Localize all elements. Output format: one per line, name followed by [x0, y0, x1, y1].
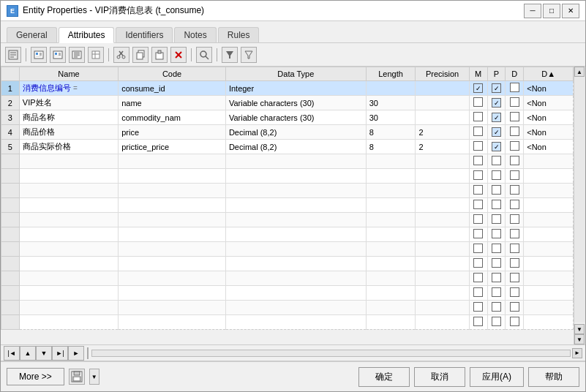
- row-precision[interactable]: [416, 96, 469, 110]
- scroll-up-btn[interactable]: ▲: [574, 67, 585, 77]
- maximize-button[interactable]: □: [543, 4, 560, 18]
- row-p[interactable]: [487, 140, 506, 154]
- col-header-precision[interactable]: Precision: [416, 67, 469, 81]
- row-domain[interactable]: <Non: [524, 140, 574, 154]
- row-name[interactable]: VIP姓名: [19, 96, 118, 110]
- row-m[interactable]: [469, 140, 487, 154]
- save-icon-button[interactable]: [69, 369, 85, 385]
- d-checkbox[interactable]: [510, 97, 519, 107]
- row-precision[interactable]: [416, 81, 469, 96]
- row-name[interactable]: 商品名称: [19, 110, 118, 125]
- p-checkbox[interactable]: [492, 127, 501, 137]
- row-code[interactable]: price: [119, 125, 226, 140]
- table-row[interactable]: 5 商品实际价格 prictice_price Decimal (8,2) 8 …: [1, 140, 574, 154]
- row-m[interactable]: [469, 96, 487, 110]
- col-header-name[interactable]: Name: [19, 67, 118, 81]
- row-p[interactable]: [487, 125, 506, 140]
- col-header-p[interactable]: P: [487, 67, 506, 81]
- col-header-length[interactable]: Length: [366, 67, 416, 81]
- row-code[interactable]: prictice_price: [119, 140, 226, 154]
- tab-identifiers[interactable]: Identifiers: [116, 27, 173, 42]
- table-row[interactable]: 3 商品名称 commodity_nam Variable characters…: [1, 110, 574, 125]
- h-scroll-track[interactable]: [91, 350, 571, 357]
- tab-attributes[interactable]: Attributes: [59, 27, 115, 43]
- p-checkbox[interactable]: [492, 98, 501, 108]
- nav-prev-btn[interactable]: ▲: [20, 346, 36, 361]
- row-m[interactable]: [469, 81, 487, 96]
- row-code[interactable]: commodity_nam: [119, 110, 226, 125]
- nav-new-btn[interactable]: ►: [68, 346, 84, 361]
- row-d[interactable]: [506, 140, 524, 154]
- row-length[interactable]: [366, 81, 416, 96]
- d-checkbox[interactable]: [510, 127, 519, 136]
- row-name[interactable]: 商品价格: [19, 125, 118, 140]
- scroll-down-btn[interactable]: ▼: [574, 324, 585, 334]
- toolbar-btn-1[interactable]: [5, 47, 21, 63]
- row-name[interactable]: 消费信息编号 =: [19, 81, 118, 96]
- row-datatype[interactable]: Integer: [225, 81, 366, 96]
- toolbar-btn-cut[interactable]: [113, 47, 129, 63]
- col-header-datatype[interactable]: Data Type: [225, 67, 366, 81]
- m-checkbox[interactable]: [473, 141, 483, 151]
- save-dropdown-btn[interactable]: ▼: [89, 369, 99, 385]
- minimize-button[interactable]: ─: [524, 4, 541, 18]
- scroll-bottom-btn[interactable]: ▼: [574, 334, 585, 344]
- row-d[interactable]: [506, 81, 524, 96]
- p-checkbox[interactable]: [492, 142, 501, 151]
- row-length[interactable]: 30: [366, 110, 416, 125]
- nav-last-btn[interactable]: ►|: [52, 346, 68, 361]
- tab-rules[interactable]: Rules: [218, 27, 260, 42]
- toolbar-btn-paste[interactable]: [151, 47, 168, 63]
- row-length[interactable]: 30: [366, 96, 416, 110]
- col-header-d[interactable]: D: [506, 67, 524, 81]
- ok-button[interactable]: 确定: [358, 367, 410, 387]
- row-domain[interactable]: <Non: [524, 81, 574, 96]
- row-p[interactable]: [487, 81, 506, 96]
- tab-notes[interactable]: Notes: [174, 27, 216, 42]
- row-length[interactable]: 8: [366, 125, 416, 140]
- m-checkbox[interactable]: [473, 112, 483, 121]
- apply-button[interactable]: 应用(A): [470, 367, 524, 387]
- p-checkbox[interactable]: [492, 113, 501, 122]
- toolbar-btn-filter2[interactable]: [241, 47, 257, 63]
- row-m[interactable]: [469, 110, 487, 125]
- row-domain[interactable]: <Non: [524, 125, 574, 140]
- row-d[interactable]: [506, 125, 524, 140]
- row-datatype[interactable]: Decimal (8,2): [225, 125, 366, 140]
- p-checkbox[interactable]: [492, 83, 501, 93]
- nav-first-btn[interactable]: |◄: [4, 346, 20, 361]
- row-domain[interactable]: <Non: [524, 96, 574, 110]
- toolbar-btn-search[interactable]: [196, 47, 212, 63]
- row-name[interactable]: 商品实际价格: [19, 140, 118, 154]
- toolbar-btn-3[interactable]: [50, 47, 66, 63]
- toolbar-btn-filter1[interactable]: [222, 47, 238, 63]
- m-checkbox[interactable]: [473, 83, 483, 93]
- col-header-domain[interactable]: D▲: [524, 67, 574, 81]
- row-d[interactable]: [506, 110, 524, 125]
- row-p[interactable]: [487, 96, 506, 110]
- m-checkbox[interactable]: [473, 97, 483, 107]
- row-p[interactable]: [487, 110, 506, 125]
- row-domain[interactable]: <Non: [524, 110, 574, 125]
- row-code[interactable]: name: [119, 96, 226, 110]
- d-checkbox[interactable]: [510, 83, 519, 92]
- toolbar-btn-delete[interactable]: [170, 47, 187, 63]
- row-code[interactable]: consume_id: [119, 81, 226, 96]
- table-row[interactable]: 4 商品价格 price Decimal (8,2) 8 2 <Non: [1, 125, 574, 140]
- table-row[interactable]: 2 VIP姓名 name Variable characters (30) 30…: [1, 96, 574, 110]
- row-length[interactable]: 8: [366, 140, 416, 154]
- table-row[interactable]: 1 消费信息编号 = consume_id Integer: [1, 81, 574, 96]
- m-checkbox[interactable]: [473, 127, 483, 136]
- h-scroll-right-btn[interactable]: ►: [572, 348, 582, 358]
- more-button[interactable]: More >>: [7, 368, 64, 385]
- d-checkbox[interactable]: [510, 112, 519, 121]
- col-header-m[interactable]: M: [469, 67, 487, 81]
- row-datatype[interactable]: Variable characters (30): [225, 96, 366, 110]
- row-m[interactable]: [469, 125, 487, 140]
- toolbar-btn-copy[interactable]: [132, 47, 149, 63]
- toolbar-btn-2[interactable]: [31, 47, 47, 63]
- row-d[interactable]: [506, 96, 524, 110]
- toolbar-btn-5[interactable]: [88, 47, 104, 63]
- row-precision[interactable]: [416, 110, 469, 125]
- nav-next-btn[interactable]: ▼: [36, 346, 52, 361]
